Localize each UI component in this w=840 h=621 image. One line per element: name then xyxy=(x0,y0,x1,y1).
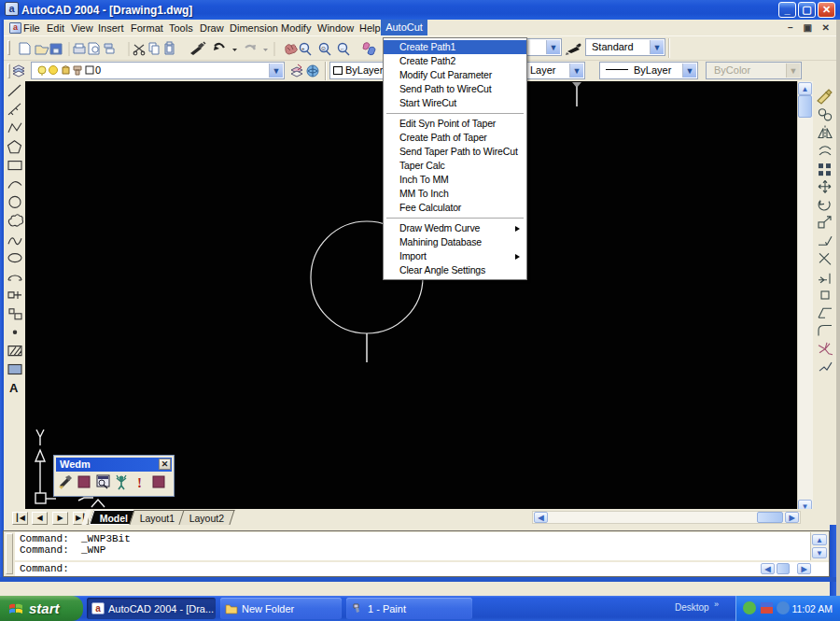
svg-text:←: ← xyxy=(340,46,345,51)
svg-text:!: ! xyxy=(137,475,142,490)
svg-text:+: + xyxy=(301,46,305,51)
svg-text:A: A xyxy=(9,381,19,395)
svg-text:⊙: ⊙ xyxy=(321,46,326,51)
